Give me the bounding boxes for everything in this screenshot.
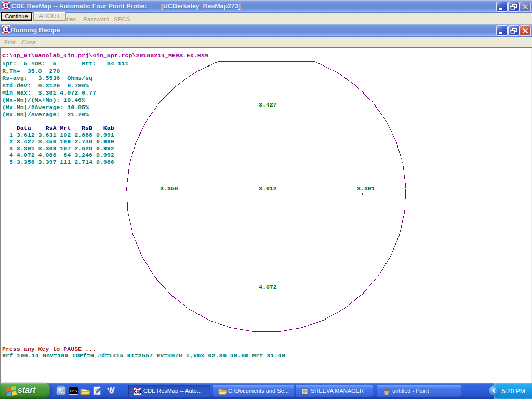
svg-text:CDE: CDE [134,390,142,393]
svg-text:C:\: C:\ [70,389,78,393]
